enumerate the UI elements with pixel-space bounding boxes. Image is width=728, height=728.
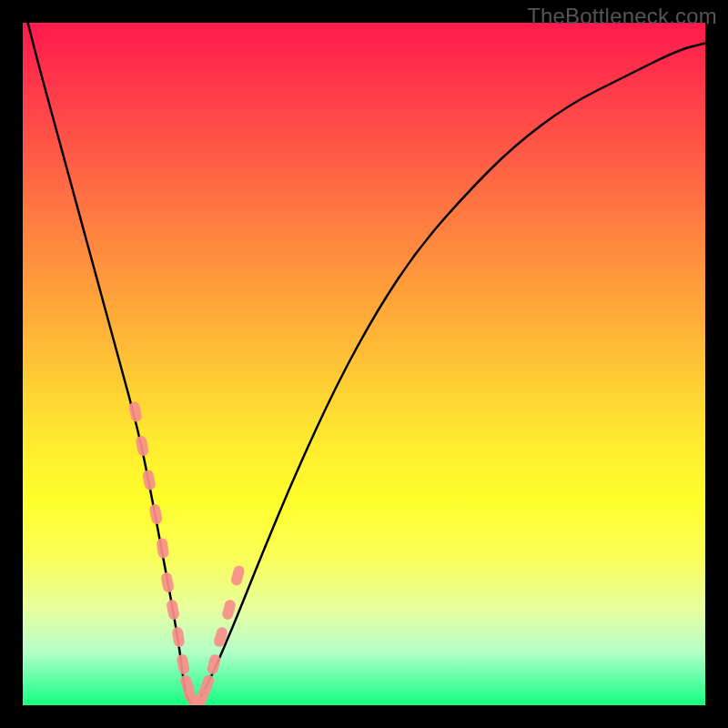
highlight-marker bbox=[156, 538, 169, 559]
highlight-marker bbox=[230, 564, 246, 586]
highlight-markers-group bbox=[128, 401, 246, 705]
highlight-marker bbox=[148, 503, 163, 525]
highlight-marker bbox=[171, 626, 186, 648]
chart-plot-area bbox=[23, 23, 705, 705]
highlight-marker bbox=[128, 401, 143, 423]
watermark-text: TheBottleneck.com bbox=[527, 4, 717, 29]
highlight-marker bbox=[160, 571, 175, 593]
highlight-marker bbox=[166, 599, 180, 621]
highlight-marker bbox=[207, 653, 222, 675]
bottleneck-chart-svg bbox=[23, 23, 705, 705]
highlight-marker bbox=[221, 599, 237, 621]
highlight-marker bbox=[176, 653, 190, 675]
highlight-marker bbox=[135, 435, 149, 457]
bottleneck-curve-line bbox=[23, 23, 705, 703]
highlight-marker bbox=[142, 470, 157, 491]
